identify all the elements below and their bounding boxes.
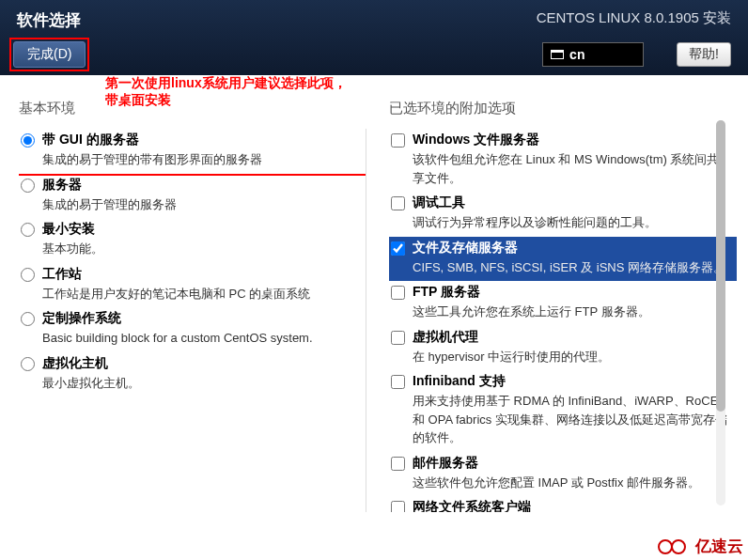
page-title: 软件选择 (17, 9, 81, 31)
addon-option[interactable]: Infiniband 支持 用来支持使用基于 RDMA 的 InfiniBand… (389, 370, 737, 452)
base-env-option[interactable]: 虚拟化主机 最小虚拟化主机。 (19, 352, 366, 397)
addon-title: 邮件服务器 (413, 455, 731, 472)
addon-desc: 用来支持使用基于 RDMA 的 InfiniBand、iWARP、RoCE 和 … (413, 392, 731, 447)
addon-title: FTP 服务器 (413, 284, 731, 301)
addons-list[interactable]: Windows 文件服务器 该软件包组允许您在 Linux 和 MS Windo… (389, 129, 737, 512)
addon-checkbox[interactable] (391, 331, 405, 345)
base-env-desc: 工作站是用户友好的笔记本电脑和 PC 的桌面系统 (42, 285, 360, 303)
addon-checkbox[interactable] (391, 241, 405, 256)
addon-desc: 该软件包组允许您在 Linux 和 MS Windows(tm) 系统间共享文件… (413, 150, 731, 187)
addon-desc: 这些软件包允许您配置 IMAP 或 Postfix 邮件服务器。 (413, 474, 731, 492)
base-env-title: 工作站 (42, 266, 360, 283)
addon-title: 调试工具 (413, 194, 731, 211)
base-env-desc: 集成的易于管理的带有图形界面的服务器 (42, 150, 360, 169)
addons-scrollbar-thumb[interactable] (716, 120, 725, 412)
base-env-radio[interactable] (21, 312, 35, 326)
base-env-desc: 最小虚拟化主机。 (42, 374, 360, 393)
addon-title: Windows 文件服务器 (413, 132, 731, 148)
base-env-option[interactable]: 定制操作系统 Basic building block for a custom… (19, 307, 366, 352)
base-env-radio[interactable] (21, 223, 35, 237)
done-button-highlight: 完成(D) (9, 38, 89, 71)
addon-option[interactable]: 邮件服务器 这些软件包允许您配置 IMAP 或 Postfix 邮件服务器。 (389, 452, 737, 497)
base-env-title: 最小安装 (42, 221, 360, 238)
addon-option[interactable]: FTP 服务器 这些工具允许您在系统上运行 FTP 服务器。 (389, 281, 737, 326)
base-env-option[interactable]: 工作站 工作站是用户友好的笔记本电脑和 PC 的桌面系统 (19, 263, 366, 308)
addons-column: 已选环境的附加选项 Windows 文件服务器 该软件包组允许您在 Linux … (389, 92, 737, 512)
base-env-radio[interactable] (21, 133, 35, 148)
addon-title: Infiniband 支持 (413, 373, 731, 390)
base-environment-column: 基本环境 带 GUI 的服务器 集成的易于管理的带有图形界面的服务器 服务器 集… (19, 92, 366, 512)
base-env-title: 带 GUI 的服务器 (42, 132, 360, 148)
annotation-line1: 第一次使用linux系统用户建议选择此项， (105, 75, 347, 92)
addon-title: 文件及存储服务器 (413, 240, 731, 257)
annotation-text: 第一次使用linux系统用户建议选择此项， 带桌面安装 (105, 75, 347, 109)
installer-name: CENTOS LINUX 8.0.1905 安装 (537, 9, 731, 27)
base-env-list[interactable]: 带 GUI 的服务器 集成的易于管理的带有图形界面的服务器 服务器 集成的易于管… (19, 129, 366, 512)
addon-desc: 这些工具允许您在系统上运行 FTP 服务器。 (413, 303, 731, 321)
addon-checkbox[interactable] (391, 375, 405, 389)
base-env-title: 虚拟化主机 (42, 355, 360, 372)
base-env-desc: 集成的易于管理的服务器 (42, 195, 360, 214)
addon-title: 网络文件系统客户端 (413, 499, 731, 512)
addon-option[interactable]: 网络文件系统客户端 (389, 496, 737, 512)
base-env-title: 定制操作系统 (42, 310, 360, 327)
addon-option[interactable]: 文件及存储服务器 CIFS, SMB, NFS, iSCSI, iSER 及 i… (389, 237, 737, 282)
base-env-option[interactable]: 最小安装 基本功能。 (19, 218, 366, 263)
annotation-line2: 带桌面安装 (105, 92, 347, 109)
addon-checkbox[interactable] (391, 286, 405, 300)
brand-logo-text: 亿速云 (695, 536, 743, 557)
brand-logo-icon (658, 537, 690, 557)
base-env-radio[interactable] (21, 268, 35, 282)
base-env-radio[interactable] (21, 179, 35, 193)
addon-option[interactable]: 调试工具 调试行为异常程序以及诊断性能问题的工具。 (389, 192, 737, 237)
addon-checkbox[interactable] (391, 196, 405, 210)
addon-desc: 调试行为异常程序以及诊断性能问题的工具。 (413, 213, 731, 232)
base-env-option[interactable]: 服务器 集成的易于管理的服务器 (19, 174, 366, 219)
installer-header: 软件选择 CENTOS LINUX 8.0.1905 安装 完成(D) cn 帮… (0, 0, 748, 75)
addon-checkbox[interactable] (391, 501, 405, 512)
addon-checkbox[interactable] (391, 133, 405, 148)
addon-option[interactable]: Windows 文件服务器 该软件包组允许您在 Linux 和 MS Windo… (389, 129, 737, 192)
base-env-desc: 基本功能。 (42, 240, 360, 258)
base-env-title: 服务器 (42, 177, 360, 194)
keyboard-icon (551, 50, 564, 59)
addon-option[interactable]: 虚拟机代理 在 hypervisor 中运行时使用的代理。 (389, 326, 737, 371)
base-env-radio[interactable] (21, 357, 35, 371)
keyboard-layout-label: cn (569, 47, 584, 62)
help-button[interactable]: 帮助! (677, 42, 731, 67)
addons-header: 已选环境的附加选项 (389, 92, 737, 129)
base-env-desc: Basic building block for a custom CentOS… (42, 329, 360, 348)
brand-logo: 亿速云 (658, 536, 743, 557)
keyboard-layout-indicator[interactable]: cn (542, 42, 644, 67)
addon-desc: CIFS, SMB, NFS, iSCSI, iSER 及 iSNS 网络存储服… (413, 258, 731, 277)
main-content: 基本环境 带 GUI 的服务器 集成的易于管理的带有图形界面的服务器 服务器 集… (0, 92, 748, 523)
addon-desc: 在 hypervisor 中运行时使用的代理。 (413, 348, 731, 366)
addon-title: 虚拟机代理 (413, 329, 731, 346)
base-env-option[interactable]: 带 GUI 的服务器 集成的易于管理的带有图形界面的服务器 (19, 129, 366, 176)
addon-checkbox[interactable] (391, 457, 405, 471)
addons-scrollbar[interactable] (716, 120, 725, 506)
done-button[interactable]: 完成(D) (13, 41, 86, 68)
